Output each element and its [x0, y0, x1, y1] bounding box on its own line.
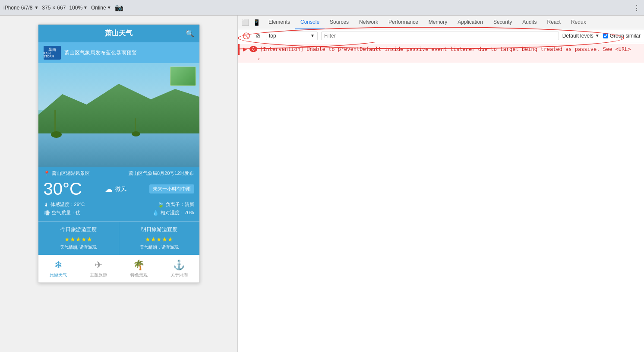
phone-preview-pane: 萧山天气 🔍 暴雨 RAIN STORM 萧山区气象局发布蓝色暴雨预警 [0, 16, 237, 352]
tab-console[interactable]: Console [295, 16, 325, 29]
error-message-text: [Intervention] Unable to preventDefault … [260, 46, 631, 53]
humidity-item: 💧 相对湿度：70% [152, 209, 194, 216]
app-title: 萧山天气 [105, 29, 133, 38]
device-name: iPhone 6/7/8 [3, 5, 32, 11]
scenic-photo [38, 63, 199, 167]
nav-item-theme-travel[interactable]: ✈ 主题旅游 [79, 258, 119, 280]
tab-audits[interactable]: Audits [517, 16, 542, 29]
location-row: 📍 萧山区湘湖风景区 萧山区气象局8月20号12时发布 [44, 170, 194, 177]
browser-toolbar: iPhone 6/7/8 ▼ 375 × 667 100% ▼ Online ▼… [0, 0, 644, 16]
devtools-tabs: ⬜ 📱 Elements Console Sources Network Per… [238, 16, 644, 29]
tab-react[interactable]: React [542, 16, 566, 29]
console-content: ▶ 6 [Intervention] Unable to preventDefa… [238, 42, 644, 352]
wind-info: ☁ 微风 [105, 184, 126, 194]
map-thumbnail [170, 67, 196, 86]
connection-status: Online [91, 5, 106, 11]
rain-alert-badge: 未来一小时有中雨 [149, 184, 194, 193]
details-row-2: 💨 空气质量：优 💧 相对湿度：70% [44, 209, 194, 216]
error-count-badge: 6 [249, 46, 257, 52]
negative-ion-label: 负离子：清新 [166, 201, 194, 208]
group-similar-label: Group similar [610, 33, 641, 39]
wind-icon: ☁ [105, 184, 113, 194]
phone-frame: 萧山天气 🔍 暴雨 RAIN STORM 萧山区气象局发布蓝色暴雨预警 [38, 24, 200, 283]
scenic-water [38, 133, 199, 167]
devtools-pane: ⬜ 📱 Elements Console Sources Network Per… [238, 16, 644, 352]
filter-toggle-button[interactable]: ⊘ [254, 32, 262, 40]
weather-nav-label: 旅游天气 [50, 272, 67, 278]
zoom-dropdown-icon: ▼ [83, 5, 88, 10]
travel-section: 今日旅游适宜度 ★★★★★ 天气晴朗, 适宜游玩 明日旅游适宜度 ★★★★★ 天… [38, 221, 199, 255]
about-nav-icon: ⚓ [173, 260, 185, 271]
details-row-1: 🌡 体感温度：26°C 🍃 负离子：清新 [44, 201, 194, 208]
theme-travel-nav-label: 主题旅游 [90, 272, 107, 278]
body-temp-icon: 🌡 [44, 202, 49, 208]
level-selector[interactable]: Default levels ▼ [562, 33, 600, 39]
x-separator: × [52, 5, 55, 11]
humidity-label: 相对湿度：70% [161, 209, 194, 216]
scenery-nav-label: 特色景观 [130, 272, 148, 278]
zoom-selector[interactable]: 100% ▼ [69, 5, 88, 11]
nav-item-scenery[interactable]: 🌴 特色景观 [119, 258, 159, 280]
banner-alert-text: 萧山区气象局发布蓝色暴雨预警 [64, 49, 137, 57]
tab-sources[interactable]: Sources [325, 16, 354, 29]
today-stars: ★★★★★ [42, 236, 115, 243]
body-temp-label: 体感温度：26°C [51, 201, 85, 208]
tomorrow-stars: ★★★★★ [123, 236, 196, 243]
nav-item-weather[interactable]: ❄ 旅游天气 [38, 258, 79, 280]
context-value: top [269, 33, 276, 39]
group-similar-toggle[interactable]: Group similar [603, 33, 641, 39]
level-label: Default levels [562, 33, 593, 39]
tab-application[interactable]: Application [452, 16, 488, 29]
tab-memory[interactable]: Memory [423, 16, 452, 29]
weather-info: 📍 萧山区湘湖风景区 萧山区气象局8月20号12时发布 30°C ☁ 微风 未来… [38, 167, 199, 221]
clear-console-button[interactable]: 🚫 [242, 32, 250, 40]
humidity-icon: 💧 [152, 210, 159, 216]
main-area: 萧山天气 🔍 暴雨 RAIN STORM 萧山区气象局发布蓝色暴雨预警 [0, 16, 644, 352]
temperature-value: 30°C [44, 179, 82, 199]
continuation-marker: › [257, 56, 260, 62]
width-value: 375 [42, 5, 51, 11]
nav-item-about[interactable]: ⚓ 关于湘湖 [159, 258, 199, 280]
tab-performance[interactable]: Performance [383, 16, 423, 29]
context-selector[interactable]: top ▼ [266, 32, 318, 40]
group-similar-checkbox[interactable] [603, 33, 608, 38]
tomorrow-travel-item: 明日旅游适宜度 ★★★★★ 天气晴朗，适宜游玩 [119, 222, 199, 255]
tab-network[interactable]: Network [354, 16, 383, 29]
location-text: 萧山区湘湖风景区 [52, 170, 90, 177]
device-selector[interactable]: iPhone 6/7/8 ▼ [3, 5, 38, 11]
tomorrow-travel-title: 明日旅游适宜度 [123, 226, 196, 233]
dimensions-display: 375 × 667 [42, 5, 66, 11]
search-icon[interactable]: 🔍 [186, 29, 194, 38]
console-toolbar: 🚫 ⊘ top ▼ Default levels ▼ Group similar [238, 29, 644, 42]
device-dropdown-icon[interactable]: ▼ [34, 5, 38, 10]
connection-dropdown-icon: ▼ [107, 5, 111, 10]
tab-security[interactable]: Security [488, 16, 517, 29]
tomorrow-desc: 天气晴朗，适宜游玩 [123, 244, 196, 251]
temperature-row: 30°C ☁ 微风 未来一小时有中雨 [44, 179, 194, 199]
online-selector[interactable]: Online ▼ [91, 5, 111, 11]
error-continuation[interactable]: › [238, 55, 644, 63]
weather-nav-icon: ❄ [54, 260, 62, 271]
level-dropdown-icon: ▼ [595, 33, 600, 38]
weather-banner: 暴雨 RAIN STORM 萧山区气象局发布蓝色暴雨预警 [38, 42, 199, 63]
tab-elements[interactable]: Elements [263, 16, 295, 29]
leaf-icon: 🍃 [158, 202, 164, 208]
theme-travel-nav-icon: ✈ [95, 260, 102, 271]
inspect-element-icon[interactable]: ⬜ [240, 17, 250, 28]
air-quality-label: 空气质量：优 [52, 209, 80, 216]
device-toggle-icon[interactable]: 📱 [251, 17, 262, 28]
wind-label: 微风 [115, 185, 126, 193]
bottom-nav: ❄ 旅游天气 ✈ 主题旅游 🌴 特色景观 ⚓ 关于湘湖 [38, 255, 199, 282]
weather-logo: 暴雨 RAIN STORM [44, 46, 61, 60]
filter-input[interactable] [321, 32, 559, 40]
console-error-row: ▶ 6 [Intervention] Unable to preventDefa… [238, 44, 644, 55]
negative-ion-item: 🍃 负离子：清新 [158, 201, 194, 208]
publish-time: 萧山区气象局8月20号12时发布 [129, 170, 194, 177]
screenshot-icon[interactable]: 📷 [115, 3, 123, 12]
location-pin-icon: 📍 [44, 171, 50, 177]
more-options-icon[interactable]: ⋮ [633, 3, 641, 13]
location-left: 📍 萧山区湘湖风景区 [44, 170, 90, 177]
context-dropdown-icon: ▼ [310, 33, 315, 38]
tab-redux[interactable]: Redux [566, 16, 591, 29]
expand-error-icon[interactable]: ▶ [243, 46, 247, 52]
